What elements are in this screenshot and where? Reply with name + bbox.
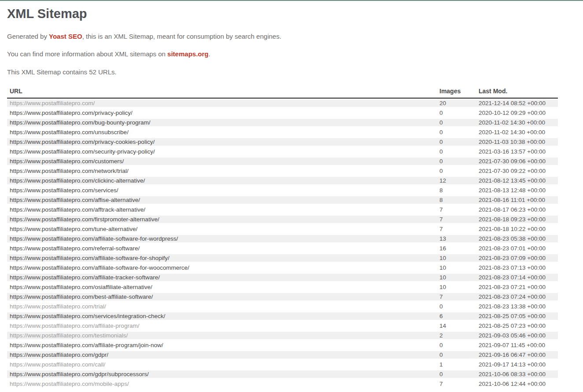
sitemap-url-link[interactable]: https://www.postaffiliatepro.com/clickin… xyxy=(10,177,145,184)
table-row: https://www.postaffiliatepro.com/privacy… xyxy=(7,109,558,117)
url-cell: https://www.postaffiliatepro.com/osiaffi… xyxy=(7,283,439,291)
images-count-cell: 7 xyxy=(439,216,479,223)
url-cell: https://www.postaffiliatepro.com/affilia… xyxy=(7,254,439,262)
url-cell: https://www.postaffiliatepro.com/affilia… xyxy=(7,264,439,271)
sitemap-url-link[interactable]: https://www.postaffiliatepro.com/affilia… xyxy=(10,255,170,261)
table-row: https://www.postaffiliatepro.com/gdpr/su… xyxy=(7,370,558,378)
url-cell: https://www.postaffiliatepro.com/privacy… xyxy=(7,138,439,146)
table-row: https://www.postaffiliatepro.com/best-af… xyxy=(7,293,558,300)
sitemap-url-link[interactable]: https://www.postaffiliatepro.com/service… xyxy=(10,313,165,319)
lastmod-cell: 2021-10-06 08:33 +00:00 xyxy=(479,370,558,378)
images-count-cell: 0 xyxy=(439,167,479,175)
table-row: https://www.postaffiliatepro.com/clickin… xyxy=(7,177,558,184)
images-count-cell: 10 xyxy=(439,254,479,262)
sitemap-url-link[interactable]: https://www.postaffiliatepro.com/testimo… xyxy=(10,332,128,339)
table-row: https://www.postaffiliatepro.com/affilia… xyxy=(7,254,558,262)
sitemap-url-link[interactable]: https://www.postaffiliatepro.com/privacy… xyxy=(10,110,133,116)
images-count-cell: 0 xyxy=(439,303,479,310)
sitemap-url-link[interactable]: https://www.postaffiliatepro.com/service… xyxy=(10,187,118,194)
lastmod-cell: 2021-08-18 09:23 +00:00 xyxy=(479,216,558,223)
sitemap-url-link[interactable]: https://www.postaffiliatepro.com/privacy… xyxy=(10,139,155,145)
images-count-cell: 7 xyxy=(439,225,479,233)
sitemap-url-link[interactable]: https://www.postaffiliatepro.com/affilia… xyxy=(10,322,139,329)
table-row: https://www.postaffiliatepro.com/trial/0… xyxy=(7,303,558,310)
intro-text: , this is an XML Sitemap, meant for cons… xyxy=(82,33,281,40)
lastmod-cell: 2021-10-06 12:44 +00:00 xyxy=(479,380,558,388)
images-count-cell: 0 xyxy=(439,128,479,136)
sitemap-url-link[interactable]: https://www.postaffiliatepro.com/afftrac… xyxy=(10,206,145,213)
table-row: https://www.postaffiliatepro.com/firstpr… xyxy=(7,216,558,223)
table-row: https://www.postaffiliatepro.com/affilia… xyxy=(7,341,558,349)
images-count-cell: 0 xyxy=(439,138,479,146)
lastmod-cell: 2021-07-30 09:22 +00:00 xyxy=(479,167,558,175)
images-count-cell: 7 xyxy=(439,206,479,213)
sitemap-url-link[interactable]: https://www.postaffiliatepro.com/affilia… xyxy=(10,264,189,271)
table-row: https://www.postaffiliatepro.com/call/12… xyxy=(7,361,558,368)
sitemap-url-link[interactable]: https://www.postaffiliatepro.com/gdpr/ xyxy=(10,352,108,358)
sitemap-url-link[interactable]: https://www.postaffiliatepro.com/osiaffi… xyxy=(10,284,152,290)
lastmod-cell: 2021-08-23 05:38 +00:00 xyxy=(479,235,558,242)
table-row: https://www.postaffiliatepro.com/osiaffi… xyxy=(7,283,558,291)
images-count-cell: 16 xyxy=(439,245,479,252)
sitemap-url-link[interactable]: https://www.postaffiliatepro.com/affilia… xyxy=(10,235,178,242)
sitemap-url-link[interactable]: https://www.postaffiliatepro.com/tune-al… xyxy=(10,226,137,232)
lastmod-cell: 2020-10-12 09:29 +00:00 xyxy=(479,109,558,117)
sitemap-url-link[interactable]: https://www.postaffiliatepro.com/affilia… xyxy=(10,342,163,348)
url-count-line: This XML Sitemap contains 52 URLs. xyxy=(7,68,576,76)
table-row: https://www.postaffiliatepro.com/securit… xyxy=(7,148,558,155)
sitemap-url-link[interactable]: https://www.postaffiliatepro.com/firstpr… xyxy=(10,216,159,223)
images-count-cell: 0 xyxy=(439,148,479,155)
lastmod-cell: 2021-09-16 06:47 +00:00 xyxy=(479,351,558,359)
images-count-cell: 0 xyxy=(439,370,479,378)
url-cell: https://www.postaffiliatepro.com/clickin… xyxy=(7,177,439,184)
url-cell: https://www.postaffiliatepro.com/call/ xyxy=(7,361,439,368)
table-row: https://www.postaffiliatepro.com/network… xyxy=(7,167,558,175)
lastmod-cell: 2021-08-25 07:05 +00:00 xyxy=(479,312,558,320)
lastmod-cell: 2021-08-18 10:22 +00:00 xyxy=(479,225,558,233)
images-count-cell: 13 xyxy=(439,235,479,242)
lastmod-cell: 2020-11-02 14:30 +00:00 xyxy=(479,119,558,126)
sitemap-url-link[interactable]: https://www.postaffiliatepro.com/network… xyxy=(10,168,129,174)
table-row: https://www.postaffiliatepro.com/bug-bou… xyxy=(7,119,558,126)
url-cell: https://www.postaffiliatepro.com/affilia… xyxy=(7,274,439,281)
images-count-cell: 0 xyxy=(439,109,479,117)
sitemap-url-link[interactable]: https://www.postaffiliatepro.com/affise-… xyxy=(10,197,140,203)
lastmod-cell: 2020-11-02 14:30 +00:00 xyxy=(479,128,558,136)
top-accent-bar xyxy=(0,0,583,1)
lastmod-cell: 2021-12-14 08:52 +00:00 xyxy=(479,99,558,107)
url-cell: https://www.postaffiliatepro.com/unsubsc… xyxy=(7,128,439,136)
images-count-cell: 6 xyxy=(439,312,479,320)
url-cell: https://www.postaffiliatepro.com/affilia… xyxy=(7,341,439,349)
sitemap-url-link[interactable]: https://www.postaffiliatepro.com/referra… xyxy=(10,245,140,252)
table-row: https://www.postaffiliatepro.com/service… xyxy=(7,312,558,320)
url-cell: https://www.postaffiliatepro.com/trial/ xyxy=(7,303,439,310)
lastmod-cell: 2021-08-23 07:24 +00:00 xyxy=(479,293,558,300)
table-row: https://www.postaffiliatepro.com/202021-… xyxy=(7,99,558,107)
sitemap-url-link[interactable]: https://www.postaffiliatepro.com/mobile-… xyxy=(10,381,129,387)
table-header-row: URL Images Last Mod. xyxy=(7,88,558,99)
sitemaps-org-link[interactable]: sitemaps.org xyxy=(167,50,208,58)
sitemap-url-link[interactable]: https://www.postaffiliatepro.com/best-af… xyxy=(10,293,153,300)
images-count-cell: 1 xyxy=(439,361,479,368)
images-count-cell: 2 xyxy=(439,332,479,339)
sitemap-url-link[interactable]: https://www.postaffiliatepro.com/ xyxy=(10,100,95,106)
yoast-seo-link[interactable]: Yoast SEO xyxy=(49,33,82,40)
sitemap-url-link[interactable]: https://www.postaffiliatepro.com/securit… xyxy=(10,148,155,155)
images-count-cell: 7 xyxy=(439,293,479,300)
url-cell: https://www.postaffiliatepro.com/service… xyxy=(7,187,439,194)
url-cell: https://www.postaffiliatepro.com/custome… xyxy=(7,158,439,165)
sitemap-url-link[interactable]: https://www.postaffiliatepro.com/gdpr/su… xyxy=(10,371,149,377)
url-cell: https://www.postaffiliatepro.com/gdpr/ xyxy=(7,351,439,359)
sitemap-url-link[interactable]: https://www.postaffiliatepro.com/trial/ xyxy=(10,303,106,310)
sitemap-url-link[interactable]: https://www.postaffiliatepro.com/custome… xyxy=(10,158,124,165)
url-cell: https://www.postaffiliatepro.com/network… xyxy=(7,167,439,175)
lastmod-cell: 2021-08-23 07:14 +00:00 xyxy=(479,274,558,281)
sitemap-url-link[interactable]: https://www.postaffiliatepro.com/call/ xyxy=(10,361,105,368)
intro-line-more-info: You can find more information about XML … xyxy=(7,50,576,58)
url-cell: https://www.postaffiliatepro.com/gdpr/su… xyxy=(7,370,439,378)
sitemap-url-link[interactable]: https://www.postaffiliatepro.com/affilia… xyxy=(10,274,160,281)
images-count-cell: 0 xyxy=(439,341,479,349)
sitemap-url-link[interactable]: https://www.postaffiliatepro.com/unsubsc… xyxy=(10,129,129,136)
page-title: XML Sitemap xyxy=(7,7,576,21)
sitemap-url-link[interactable]: https://www.postaffiliatepro.com/bug-bou… xyxy=(10,119,150,126)
